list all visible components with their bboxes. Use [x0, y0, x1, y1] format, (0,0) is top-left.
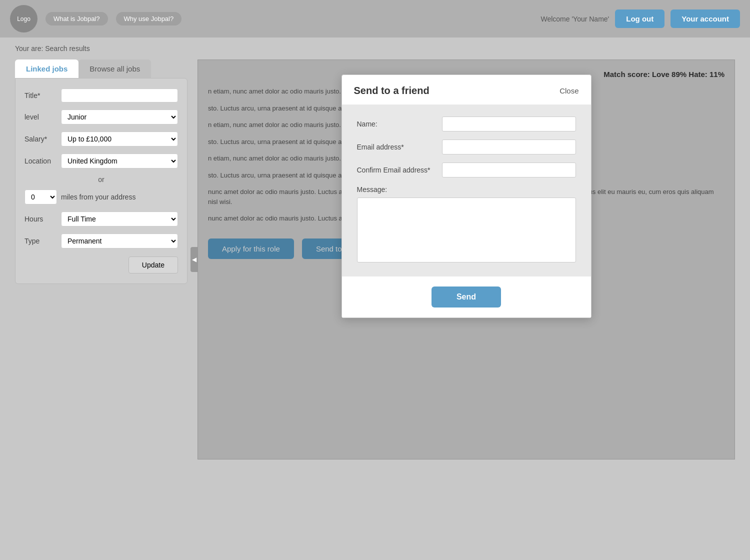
modal-name-input[interactable] — [442, 116, 576, 132]
title-input[interactable] — [61, 88, 178, 102]
modal-close-button[interactable]: Close — [560, 86, 578, 95]
filter-row-location: Location United Kingdom London Mancheste… — [24, 154, 178, 168]
tab-browse-all[interactable]: Browse all jobs — [78, 60, 151, 78]
salary-select[interactable]: Up to £10,000 Up to £20,000 Up to £30,00… — [61, 132, 178, 146]
miles-select[interactable]: 0 5 10 20 50 — [24, 190, 57, 204]
modal-field-name: Name: — [357, 116, 576, 132]
content-area: ◀ Match score: Love 89% Hate: 11% n etia… — [198, 60, 735, 460]
breadcrumb-current: Search results — [45, 44, 90, 52]
modal-overlay: Send to a friend Close Name: Email addre… — [198, 60, 735, 460]
send-to-friend-modal: Send to a friend Close Name: Email addre… — [342, 74, 592, 318]
logo-text: Logo — [17, 16, 30, 22]
breadcrumb-prefix: Your are: — [15, 44, 43, 52]
modal-name-label: Name: — [357, 120, 437, 128]
header: Logo What is Jobpal? Why use Jobpal? Wel… — [0, 0, 750, 38]
tab-bar: Linked jobs Browse all jobs — [15, 60, 188, 78]
level-select[interactable]: Junior Mid Senior Lead Manager — [61, 110, 178, 124]
scroll-tab[interactable]: ◀ — [190, 247, 198, 272]
modal-message-label: Message: — [357, 186, 576, 194]
type-label: Type — [24, 237, 57, 245]
modal-confirm-email-label: Confirm Email address* — [357, 166, 437, 174]
modal-footer: Send — [342, 276, 591, 318]
modal-field-confirm-email: Confirm Email address* — [357, 162, 576, 178]
logo-icon: Logo — [10, 5, 38, 32]
miles-label: miles from your address — [61, 193, 136, 201]
or-divider: or — [24, 176, 178, 184]
filter-row-hours: Hours Full Time Part Time Flexible — [24, 212, 178, 226]
modal-field-email: Email address* — [357, 140, 576, 154]
filter-row-title: Title* — [24, 88, 178, 102]
title-label: Title* — [24, 92, 57, 100]
logout-button[interactable]: Log out — [615, 10, 664, 28]
modal-message-container: Message: — [357, 186, 576, 264]
header-right: Welcome 'Your Name' Log out Your account — [540, 10, 740, 28]
modal-confirm-email-input[interactable] — [442, 162, 576, 178]
modal-title: Send to a friend — [354, 85, 430, 96]
modal-message-textarea[interactable] — [357, 198, 576, 262]
update-button[interactable]: Update — [128, 256, 178, 274]
welcome-text: Welcome 'Your Name' — [540, 15, 609, 23]
filter-row-type: Type Permanent Contract Temporary — [24, 234, 178, 248]
sidebar: Linked jobs Browse all jobs Title* level… — [15, 60, 188, 460]
filter-row-level: level Junior Mid Senior Lead Manager — [24, 110, 178, 124]
modal-body: Name: Email address* Confirm Email addre… — [342, 104, 591, 276]
location-label: Location — [24, 157, 57, 165]
salary-label: Salary* — [24, 135, 57, 143]
location-select[interactable]: United Kingdom London Manchester Birming… — [61, 154, 178, 168]
hours-label: Hours — [24, 215, 57, 223]
nav-what-is-jobpal[interactable]: What is Jobpal? — [46, 12, 108, 26]
hours-select[interactable]: Full Time Part Time Flexible — [61, 212, 178, 226]
filter-row-salary: Salary* Up to £10,000 Up to £20,000 Up t… — [24, 132, 178, 146]
tab-linked-jobs[interactable]: Linked jobs — [15, 60, 78, 78]
miles-row: 0 5 10 20 50 miles from your address — [24, 190, 178, 204]
main-layout: Linked jobs Browse all jobs Title* level… — [0, 60, 750, 474]
modal-header: Send to a friend Close — [342, 75, 591, 104]
modal-email-label: Email address* — [357, 143, 437, 151]
filter-box: Title* level Junior Mid Senior Lead Mana… — [15, 78, 188, 284]
type-select[interactable]: Permanent Contract Temporary — [61, 234, 178, 248]
level-label: level — [24, 113, 57, 121]
account-button[interactable]: Your account — [670, 10, 740, 28]
modal-email-input[interactable] — [442, 140, 576, 154]
modal-send-button[interactable]: Send — [432, 286, 501, 308]
breadcrumb: Your are: Search results — [0, 38, 750, 60]
nav-why-use-jobpal[interactable]: Why use Jobpal? — [116, 12, 182, 26]
